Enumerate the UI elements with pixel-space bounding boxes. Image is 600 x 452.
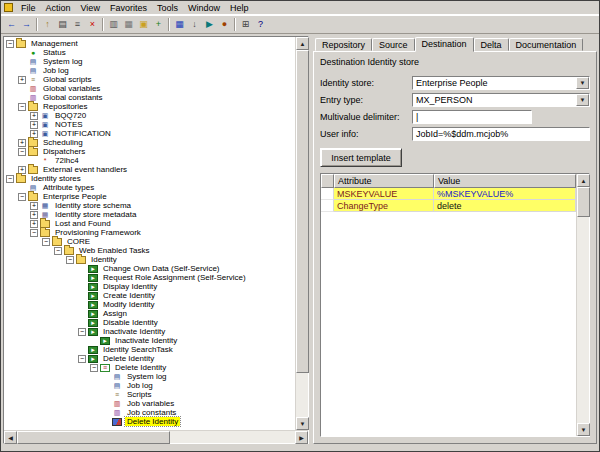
tree-item-notes[interactable]: +▣NOTES [4,120,295,129]
collapse-toggle-icon[interactable]: − [18,103,26,111]
collapse-toggle-icon[interactable]: − [6,175,14,183]
menu-action[interactable]: Action [41,2,76,14]
delete-icon[interactable]: × [85,17,100,32]
menu-tools[interactable]: Tools [152,2,183,14]
tree-item-job-constants[interactable]: ▥Job constants [4,408,295,417]
collapse-toggle-icon[interactable]: − [66,256,74,264]
scrollbar-thumb[interactable] [17,431,170,444]
scroll-up-icon[interactable] [577,174,590,187]
menu-view[interactable]: View [76,2,105,14]
expand-toggle-icon[interactable]: + [18,139,26,147]
tab-destination[interactable]: Destination [415,37,474,52]
collapse-toggle-icon[interactable]: − [6,40,14,48]
scrollbar-thumb[interactable] [577,187,590,217]
tree-item-notification[interactable]: +▣NOTIFICATION [4,129,295,138]
tree-item-system-log[interactable]: ▤System log [4,372,295,381]
expand-toggle-icon[interactable]: + [30,202,38,210]
properties-icon[interactable]: ≡ [70,17,85,32]
scroll-left-icon[interactable] [4,431,17,444]
tree-item-management[interactable]: −Management [4,39,295,48]
tree-item-scripts[interactable]: ≡Scripts [4,390,295,399]
tree-item-identity[interactable]: −Identity [4,255,295,264]
menu-window[interactable]: Window [183,2,225,14]
tree-item-modify-identity[interactable]: ▸Modify Identity [4,300,295,309]
menu-favorites[interactable]: Favorites [105,2,152,14]
tree-item-identity-stores[interactable]: −Identity stores [4,174,295,183]
tree-item-lost-and-found[interactable]: +Lost and Found [4,219,295,228]
insert-template-button[interactable]: Insert template [320,148,402,167]
new-entry-icon[interactable]: ▣ [136,17,151,32]
grid-vertical-scrollbar[interactable] [576,174,589,436]
scroll-down-icon[interactable] [577,423,590,436]
tab-documentation[interactable]: Documentation [509,38,584,51]
tree-item-external-event-handlers[interactable]: +External event handlers [4,165,295,174]
expand-toggle-icon[interactable]: + [30,121,38,129]
up-one-level-icon[interactable]: ↑ [40,17,55,32]
collapse-toggle-icon[interactable]: − [90,364,98,372]
scrollbar-track[interactable] [296,50,308,417]
user-info-field[interactable]: JobId=%$ddm.mcjob% [412,127,590,141]
menu-help[interactable]: Help [225,2,254,14]
tab-delta[interactable]: Delta [474,38,509,51]
insert-icon[interactable]: + [151,17,166,32]
dropdown-arrow-icon[interactable] [576,77,589,89]
tree-item-core[interactable]: −CORE [4,237,295,246]
tree-item-global-scripts[interactable]: +≡Global scripts [4,75,295,84]
dropdown-arrow-icon[interactable] [576,94,589,106]
multivalue-delimiter-field[interactable]: | [412,110,532,124]
tree-item-request-role-assignment-self-service[interactable]: ▸Request Role Assignment (Self-Service) [4,273,295,282]
collapse-toggle-icon[interactable]: − [78,328,86,336]
tree-item-job-log[interactable]: ▤Job log [4,66,295,75]
help-icon[interactable]: ? [253,17,268,32]
expand-toggle-icon[interactable]: + [30,220,38,228]
new-window-icon[interactable]: ⊞ [238,17,253,32]
tree-item-job-log[interactable]: ▤Job log [4,381,295,390]
save-icon[interactable]: ▦ [172,17,187,32]
tab-repository[interactable]: Repository [315,38,372,51]
tree-item-enterprise-people[interactable]: −Enterprise People [4,192,295,201]
tree-item-scheduling[interactable]: +Scheduling [4,138,295,147]
scroll-right-icon[interactable] [295,431,308,444]
tree-item-delete-identity[interactable]: −≡Delete Identity [4,363,295,372]
tree-vertical-scrollbar[interactable] [295,37,308,430]
tab-source[interactable]: Source [372,38,415,51]
tree-item-attribute-types[interactable]: ▤Attribute types [4,183,295,192]
tree-item-bqq720[interactable]: +▣BQQ720 [4,111,295,120]
tree-item-identity-searchtask[interactable]: ▸Identity SearchTask [4,345,295,354]
tree-item-global-constants[interactable]: ▥Global constants [4,93,295,102]
grid-row-mskeyvalue[interactable]: MSKEYVALUE%MSKEYVALUE% [321,188,576,200]
scroll-down-icon[interactable] [296,417,309,430]
show-tree-icon[interactable]: ▤ [55,17,70,32]
collapse-toggle-icon[interactable]: − [18,193,26,201]
tree-item-repositories[interactable]: −Repositories [4,102,295,111]
tree-item-inactivate-identity[interactable]: −▸Inactivate Identity [4,327,295,336]
tree-item-global-variables[interactable]: ▥Global variables [4,84,295,93]
identity-store-combo[interactable]: Enterprise People [412,76,590,90]
expand-toggle-icon[interactable]: + [30,112,38,120]
copy-icon[interactable]: ▥ [106,17,121,32]
back-icon[interactable]: ← [4,17,19,32]
scrollbar-track[interactable] [17,431,295,443]
paste-icon[interactable]: ▦ [121,17,136,32]
tree-item-72lhc4[interactable]: *72lhc4 [4,156,295,165]
scroll-up-icon[interactable] [296,37,309,50]
tree-item-delete-identity[interactable]: Delete Identity [4,417,295,426]
tree-item-identity-store-metadata[interactable]: +▦Identity store metadata [4,210,295,219]
tree-item-delete-identity[interactable]: −▸Delete Identity [4,354,295,363]
tree-item-create-identity[interactable]: ▸Create Identity [4,291,295,300]
test-run-icon[interactable]: ● [217,17,232,32]
tree-item-assign[interactable]: ▸Assign [4,309,295,318]
tree-item-system-log[interactable]: ▤System log [4,57,295,66]
collapse-toggle-icon[interactable]: − [78,355,86,363]
tree-item-dispatchers[interactable]: −Dispatchers [4,147,295,156]
tree-item-identity-store-schema[interactable]: +▦Identity store schema [4,201,295,210]
tree-horizontal-scrollbar[interactable] [4,430,308,443]
menu-file[interactable]: File [16,2,41,14]
expand-toggle-icon[interactable]: + [30,211,38,219]
run-job-icon[interactable]: ▶ [202,17,217,32]
tree-item-disable-identity[interactable]: ▸Disable Identity [4,318,295,327]
export-icon[interactable]: ↓ [187,17,202,32]
scrollbar-thumb[interactable] [296,50,309,373]
expand-toggle-icon[interactable]: + [18,76,26,84]
tree-item-job-variables[interactable]: ▥Job variables [4,399,295,408]
